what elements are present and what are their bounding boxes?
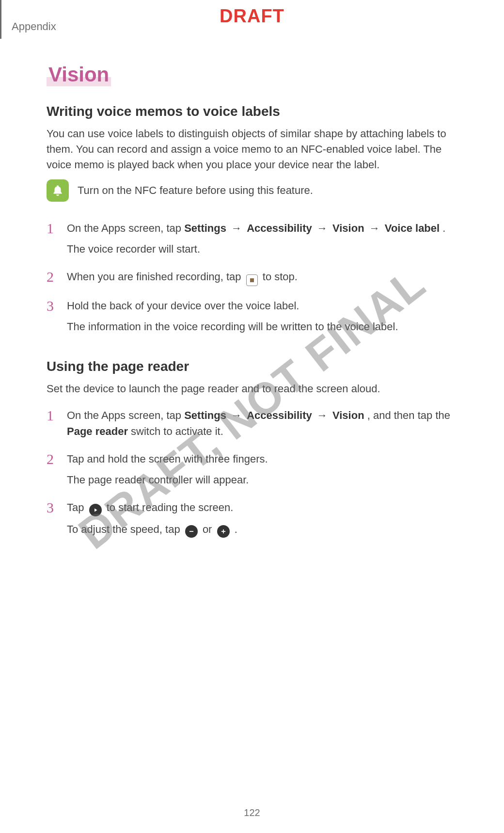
- step-3-sub: To adjust the speed, tap or .: [67, 521, 457, 538]
- text: .: [235, 523, 237, 535]
- text: To adjust the speed, tap: [67, 523, 180, 535]
- page-reader-steps: On the Apps screen, tap Settings → Acces…: [47, 402, 457, 545]
- text: .: [442, 222, 445, 234]
- accessibility-label: Accessibility: [247, 409, 312, 421]
- heading-page-reader: Using the page reader: [47, 359, 457, 374]
- arrow-icon: →: [369, 220, 380, 236]
- arrow-icon: →: [317, 407, 328, 423]
- page-reader-label: Page reader: [67, 425, 128, 437]
- note-text: Turn on the NFC feature before using thi…: [78, 184, 313, 197]
- section-title-vision: Vision: [47, 63, 111, 86]
- text: Hold the back of your device over the vo…: [67, 300, 299, 312]
- arrow-icon: →: [231, 220, 242, 236]
- step-3: Tap to start reading the screen. To adju…: [47, 495, 457, 545]
- note-block: Turn on the NFC feature before using thi…: [47, 179, 457, 202]
- text: to start reading the screen.: [107, 501, 234, 513]
- voice-label-label: Voice label: [385, 222, 440, 234]
- vision-label: Vision: [332, 409, 364, 421]
- appendix-label: Appendix: [12, 20, 56, 33]
- text: On the Apps screen, tap: [67, 222, 184, 234]
- text: On the Apps screen, tap: [67, 409, 184, 421]
- text: switch to activate it.: [131, 425, 223, 437]
- voice-labels-steps: On the Apps screen, tap Settings → Acces…: [47, 215, 457, 341]
- settings-label: Settings: [184, 409, 226, 421]
- vision-label: Vision: [332, 222, 364, 234]
- step-1-sub: The voice recorder will start.: [67, 241, 457, 257]
- step-2: When you are finished recording, tap to …: [47, 264, 457, 293]
- play-icon: [89, 504, 102, 516]
- settings-label: Settings: [184, 222, 226, 234]
- step-3-sub: The information in the voice recording w…: [67, 319, 457, 335]
- svg-rect-2: [221, 531, 225, 532]
- text: Tap and hold the screen with three finge…: [67, 453, 268, 465]
- plus-icon: [217, 525, 230, 538]
- step-1: On the Apps screen, tap Settings → Acces…: [47, 402, 457, 446]
- svg-rect-0: [189, 531, 193, 532]
- stop-icon: [246, 274, 258, 286]
- left-rule: [0, 0, 1, 39]
- heading-voice-labels: Writing voice memos to voice labels: [47, 104, 457, 119]
- text: , and then tap the: [367, 409, 450, 421]
- text: Tap: [67, 501, 84, 513]
- bell-icon: [47, 179, 69, 202]
- text: or: [203, 523, 212, 535]
- step-3: Hold the back of your device over the vo…: [47, 293, 457, 341]
- accessibility-label: Accessibility: [247, 222, 312, 234]
- voice-labels-intro: You can use voice labels to distinguish …: [47, 126, 457, 173]
- arrow-icon: →: [317, 220, 328, 236]
- text: When you are finished recording, tap: [67, 271, 241, 283]
- page-number: 122: [244, 807, 260, 818]
- step-2: Tap and hold the screen with three finge…: [47, 446, 457, 495]
- text: to stop.: [263, 271, 298, 283]
- page-reader-intro: Set the device to launch the page reader…: [47, 381, 457, 397]
- step-2-sub: The page reader controller will appear.: [67, 472, 457, 488]
- draft-watermark-top: DRAFT: [220, 6, 284, 27]
- arrow-icon: →: [231, 407, 242, 423]
- step-1: On the Apps screen, tap Settings → Acces…: [47, 215, 457, 264]
- minus-icon: [185, 525, 198, 538]
